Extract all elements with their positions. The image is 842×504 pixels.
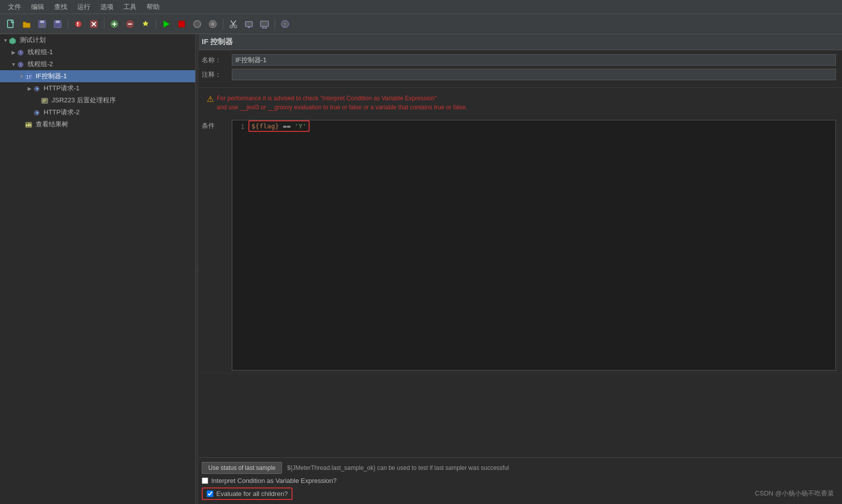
- svg-rect-7: [77, 25, 78, 26]
- svg-rect-2: [40, 21, 44, 23]
- svg-marker-11: [164, 21, 170, 28]
- condition-label: 条件: [202, 120, 232, 130]
- toolbar-btn-record[interactable]: [138, 17, 153, 31]
- toolbar-btn-revert[interactable]: [71, 17, 85, 31]
- toolbar-sep-4: [223, 19, 223, 30]
- interpret-checkbox[interactable]: [202, 477, 208, 484]
- svg-point-16: [230, 25, 233, 28]
- toolbar-btn-monitor[interactable]: [257, 17, 271, 31]
- name-input[interactable]: [232, 54, 836, 66]
- tree-arrow-tg1[interactable]: ▶: [10, 50, 17, 55]
- toolbar-btn-open[interactable]: [20, 17, 34, 31]
- tree-label-jsr223: JSR223 后置处理程序: [52, 96, 116, 105]
- menu-options[interactable]: 选项: [96, 1, 117, 13]
- tree-arrow-req1[interactable]: ▶: [26, 86, 33, 91]
- code-line-1: 1 ${flag} == 'Y': [234, 122, 833, 130]
- main-layout: ▼ 测试计划 ▶ 线程组-1 ▼ 线程组-2 ▼: [0, 34, 842, 504]
- tree-arrow-ifc[interactable]: ▼: [18, 74, 25, 79]
- condition-editor[interactable]: 1 ${flag} == 'Y': [232, 120, 836, 371]
- svg-rect-5: [56, 21, 60, 23]
- code-eq: ==: [283, 122, 295, 130]
- svg-point-17: [234, 25, 237, 28]
- bottom-row-1: Use status of last sample ${JMeterThread…: [202, 462, 836, 474]
- watermark: CSDN @小杨小杨不吃香菜: [755, 489, 834, 498]
- toolbar-sep-3: [156, 19, 156, 30]
- toolbar-btn-help[interactable]: ?: [278, 17, 292, 31]
- tree-item-viewresult[interactable]: 查看结果树: [0, 118, 195, 130]
- tree-label-ifc: IF控制器-1: [36, 72, 67, 81]
- tree-item-threadgroup1[interactable]: ▶ 线程组-1: [0, 46, 195, 58]
- toolbar-btn-remove[interactable]: [123, 17, 137, 31]
- svg-rect-0: [8, 20, 13, 28]
- menu-help[interactable]: 帮助: [143, 1, 164, 13]
- svg-rect-18: [245, 22, 252, 27]
- toolbar-btn-cut[interactable]: [226, 17, 240, 31]
- bottom-row-2: Interpret Condition as Variable Expressi…: [202, 477, 836, 484]
- comment-label: 注释：: [202, 70, 232, 79]
- toolbar-btn-saveas[interactable]: [51, 17, 65, 31]
- toolbar-btn-remote[interactable]: [242, 17, 256, 31]
- menu-run[interactable]: 运行: [73, 1, 94, 13]
- tree-item-threadgroup2[interactable]: ▼ 线程组-2: [0, 58, 195, 70]
- threadgroup2-icon: [17, 60, 26, 68]
- svg-rect-19: [260, 21, 268, 27]
- tree-item-httpreq2[interactable]: HTTP请求-2: [0, 106, 195, 118]
- svg-text:IF: IF: [26, 75, 32, 80]
- toolbar-btn-new[interactable]: [4, 17, 18, 31]
- tree-label-vr: 查看结果树: [36, 120, 68, 129]
- toolbar-btn-close[interactable]: [87, 17, 101, 31]
- httpreq1-icon: [33, 84, 42, 92]
- svg-rect-12: [179, 21, 185, 27]
- tree-item-jsr223[interactable]: JSR223 后置处理程序: [0, 94, 195, 106]
- menu-find[interactable]: 查找: [50, 1, 71, 13]
- right-panel: IF 控制器 名称： 注释： ⚠ For performance it is a…: [196, 34, 842, 504]
- tree-label-tg1: 线程组-1: [28, 48, 53, 57]
- warning-line2: and use __jexl3 or __groovy evaluation t…: [217, 103, 468, 112]
- toolbar-btn-save[interactable]: [35, 17, 49, 31]
- tree-item-ifcontroller[interactable]: ▼ IF IF控制器-1: [0, 70, 195, 82]
- name-row: 名称：: [202, 54, 836, 66]
- tree-label-testplan: 测试计划: [20, 36, 46, 45]
- tree-arrow-testplan[interactable]: ▼: [2, 38, 9, 43]
- toolbar-btn-stop[interactable]: [175, 17, 189, 31]
- use-status-btn[interactable]: Use status of last sample: [202, 462, 282, 474]
- menu-file[interactable]: 文件: [4, 1, 25, 13]
- evaluate-label: Evaluate for all children?: [216, 490, 288, 497]
- menu-edit[interactable]: 编辑: [27, 1, 48, 13]
- menubar: 文件 编辑 查找 运行 选项 工具 帮助: [0, 0, 842, 14]
- code-var: ${flag}: [251, 122, 279, 130]
- warning-icon: ⚠: [207, 94, 214, 104]
- toolbar-sep-2: [104, 19, 104, 30]
- httpreq2-icon: [33, 108, 42, 116]
- svg-rect-3: [40, 24, 44, 27]
- interpret-checkbox-row: Interpret Condition as Variable Expressi…: [202, 477, 337, 484]
- tree-arrow-tg2[interactable]: ▼: [10, 62, 17, 67]
- condition-section: 条件 1 ${flag} == 'Y': [196, 118, 842, 373]
- panel-title: IF 控制器: [196, 34, 842, 50]
- evaluate-checkbox[interactable]: [207, 490, 213, 497]
- toolbar-btn-circle1[interactable]: [190, 17, 204, 31]
- interpret-label: Interpret Condition as Variable Expressi…: [211, 477, 337, 484]
- toolbar-btn-run[interactable]: [159, 17, 173, 31]
- tree-item-testplan[interactable]: ▼ 测试计划: [0, 34, 195, 46]
- toolbar-sep-1: [68, 19, 68, 30]
- comment-input[interactable]: [232, 69, 836, 80]
- tree-item-httpreq1[interactable]: ▶ HTTP请求-1: [0, 82, 195, 94]
- toolbar-btn-circle2[interactable]: [206, 17, 220, 31]
- name-label: 名称：: [202, 56, 232, 65]
- menu-tools[interactable]: 工具: [119, 1, 141, 13]
- toolbar: ?: [0, 14, 842, 34]
- toolbar-btn-add[interactable]: [107, 17, 121, 31]
- warning-text: For performance it is advised to check "…: [217, 94, 468, 112]
- svg-rect-6: [77, 22, 78, 25]
- evaluate-checkbox-highlight: Evaluate for all children?: [202, 487, 293, 500]
- svg-point-15: [211, 22, 215, 26]
- bottom-hint: ${JMeterThread.last_sample_ok} can be us…: [287, 464, 509, 471]
- tree-label-req1: HTTP请求-1: [44, 84, 80, 93]
- code-content-1: ${flag} == 'Y': [248, 122, 310, 130]
- svg-point-13: [194, 21, 201, 28]
- toolbar-sep-5: [274, 19, 275, 30]
- viewresult-icon: [25, 120, 34, 128]
- comment-row: 注释：: [202, 69, 836, 80]
- svg-marker-22: [10, 38, 16, 44]
